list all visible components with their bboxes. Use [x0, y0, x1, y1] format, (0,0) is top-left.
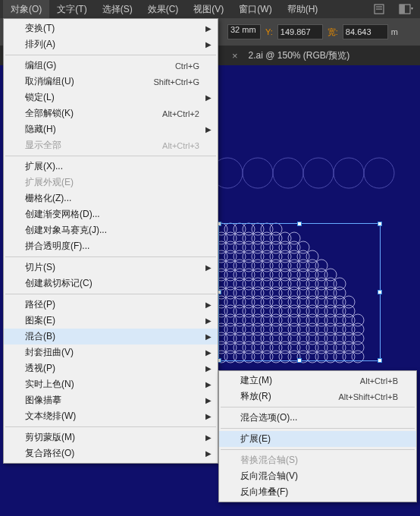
- menu-shortcut: Alt+Ctrl+2: [162, 109, 199, 118]
- menu-item-label: 栅格化(Z)...: [25, 192, 71, 205]
- svg-point-10: [364, 158, 394, 188]
- menu-item-17[interactable]: 切片(S)▶: [4, 260, 218, 275]
- menu-item-label: 创建渐变网格(D)...: [25, 208, 100, 221]
- menu-separator: [5, 55, 216, 55]
- submenu-arrow-icon: ▶: [205, 24, 212, 33]
- menu-item-5[interactable]: 锁定(L)▶: [4, 90, 218, 105]
- object-menu: 变换(T)▶排列(A)▶编组(G)Ctrl+G取消编组(U)Shift+Ctrl…: [3, 18, 218, 464]
- menu-item-label: 取消编组(U): [25, 75, 74, 88]
- menu-separator: [221, 407, 415, 407]
- submenu-arrow-icon: ▶: [205, 40, 212, 49]
- menu-item-label: 图像描摹: [25, 394, 61, 407]
- menu-help[interactable]: 帮助(H): [280, 0, 326, 19]
- menu-item-0[interactable]: 变换(T)▶: [4, 20, 218, 36]
- menu-item-23[interactable]: 封套扭曲(V)▶: [4, 345, 218, 360]
- submenu-item-3[interactable]: 混合选项(O)...: [219, 410, 416, 426]
- doc-icon[interactable]: [368, 2, 390, 17]
- menu-item-7[interactable]: 隐藏(H)▶: [4, 121, 218, 137]
- menu-item-18[interactable]: 创建裁切标记(C): [4, 275, 218, 291]
- menu-window[interactable]: 窗口(W): [231, 0, 279, 19]
- document-tab[interactable]: 2.ai @ 150% (RGB/预览): [243, 49, 356, 62]
- menu-item-label: 创建对象马赛克(J)...: [25, 224, 107, 237]
- menu-effect[interactable]: 效果(C): [140, 0, 186, 19]
- submenu-item-7: 替换混合轴(S): [219, 452, 416, 468]
- submenu-arrow-icon: ▶: [205, 263, 212, 272]
- x-value[interactable]: 32 mm: [227, 24, 261, 39]
- submenu-arrow-icon: ▶: [205, 364, 212, 373]
- menu-item-label: 封套扭曲(V): [25, 346, 74, 359]
- menu-item-27[interactable]: 文本绕排(W)▶: [4, 408, 218, 424]
- menu-item-label: 文本绕排(W): [25, 410, 76, 423]
- submenu-item-1[interactable]: 释放(R)Alt+Shift+Ctrl+B: [219, 389, 416, 404]
- menu-item-3[interactable]: 编组(G)Ctrl+G: [4, 58, 218, 74]
- menu-item-label: 替换混合轴(S): [240, 454, 298, 467]
- menu-view[interactable]: 视图(V): [186, 0, 231, 19]
- submenu-arrow-icon: ▶: [205, 316, 212, 325]
- y-input[interactable]: [277, 24, 323, 39]
- submenu-item-9[interactable]: 反向堆叠(F): [219, 484, 416, 500]
- menu-item-15[interactable]: 拼合透明度(F)...: [4, 238, 218, 254]
- submenu-item-5[interactable]: 扩展(E): [219, 431, 416, 447]
- menu-shortcut: Ctrl+G: [175, 61, 199, 71]
- menu-separator: [5, 256, 216, 257]
- menu-type[interactable]: 文字(T): [49, 0, 94, 19]
- menu-item-29[interactable]: 剪切蒙版(M)▶: [4, 429, 218, 445]
- menu-item-4[interactable]: 取消编组(U)Shift+Ctrl+G: [4, 74, 218, 90]
- menu-item-label: 路径(P): [25, 298, 55, 311]
- menu-item-26[interactable]: 图像描摹▶: [4, 392, 218, 408]
- menu-item-label: 显示全部: [25, 139, 61, 152]
- menu-item-label: 隐藏(H): [25, 123, 56, 136]
- menu-item-label: 排列(A): [25, 38, 55, 51]
- menu-item-label: 混合(B): [25, 330, 55, 343]
- menu-item-label: 编组(G): [25, 59, 56, 72]
- menu-item-label: 透视(P): [25, 362, 55, 375]
- menu-item-13[interactable]: 创建渐变网格(D)...: [4, 206, 218, 222]
- menubar: 对象(O) 文字(T) 选择(S) 效果(C) 视图(V) 窗口(W) 帮助(H…: [0, 0, 420, 18]
- menu-shortcut: Alt+Ctrl+B: [360, 376, 398, 385]
- menu-item-label: 剪切蒙版(M): [25, 431, 75, 444]
- submenu-arrow-icon: ▶: [205, 93, 212, 102]
- menu-item-12[interactable]: 栅格化(Z)...: [4, 190, 218, 206]
- w-input[interactable]: [343, 24, 388, 39]
- menu-item-24[interactable]: 透视(P)▶: [4, 360, 218, 376]
- submenu-item-0[interactable]: 建立(M)Alt+Ctrl+B: [219, 373, 416, 389]
- submenu-arrow-icon: ▶: [205, 348, 212, 357]
- submenu-arrow-icon: ▶: [205, 332, 212, 341]
- menu-separator: [5, 426, 216, 427]
- menu-item-21[interactable]: 图案(E)▶: [4, 313, 218, 329]
- menu-separator: [5, 294, 216, 294]
- menu-item-label: 混合选项(O)...: [240, 411, 297, 424]
- menu-item-label: 变换(T): [25, 22, 55, 35]
- layout-icon[interactable]: [396, 2, 417, 17]
- submenu-item-8[interactable]: 反向混合轴(V): [219, 468, 416, 484]
- menu-item-14[interactable]: 创建对象马赛克(J)...: [4, 222, 218, 238]
- menu-shortcut: Alt+Shift+Ctrl+B: [338, 392, 398, 401]
- menu-item-10[interactable]: 扩展(X)...: [4, 159, 218, 175]
- menu-item-30[interactable]: 复合路径(O)▶: [4, 445, 218, 461]
- menu-item-label: 切片(S): [25, 261, 55, 274]
- svg-point-7: [273, 158, 303, 188]
- menu-item-22[interactable]: 混合(B)▶: [4, 329, 218, 345]
- menu-item-label: 扩展(X)...: [25, 160, 63, 173]
- menu-item-label: 复合路径(O): [25, 447, 74, 460]
- menu-item-label: 拼合透明度(F)...: [25, 240, 89, 253]
- blend-submenu: 建立(M)Alt+Ctrl+B释放(R)Alt+Shift+Ctrl+B混合选项…: [218, 370, 417, 502]
- menu-item-label: 实时上色(N): [25, 378, 74, 391]
- menu-item-20[interactable]: 路径(P)▶: [4, 297, 218, 313]
- submenu-arrow-icon: ▶: [205, 433, 212, 442]
- menu-separator: [221, 449, 415, 450]
- svg-rect-4: [400, 5, 405, 14]
- y-label: Y:: [264, 27, 274, 36]
- menu-item-label: 创建裁切标记(C): [25, 277, 92, 290]
- menu-object[interactable]: 对象(O): [3, 0, 49, 19]
- menu-item-label: 反向堆叠(F): [240, 486, 288, 499]
- menu-separator: [221, 428, 415, 429]
- menu-item-label: 全部解锁(K): [25, 107, 74, 120]
- menu-item-6[interactable]: 全部解锁(K)Alt+Ctrl+2: [4, 105, 218, 121]
- menu-item-25[interactable]: 实时上色(N)▶: [4, 376, 218, 392]
- menu-shortcut: Shift+Ctrl+G: [153, 77, 199, 87]
- menu-select[interactable]: 选择(S): [95, 0, 140, 19]
- tab-close-icon[interactable]: ×: [232, 50, 238, 61]
- submenu-arrow-icon: ▶: [205, 412, 212, 420]
- menu-item-1[interactable]: 排列(A)▶: [4, 36, 218, 52]
